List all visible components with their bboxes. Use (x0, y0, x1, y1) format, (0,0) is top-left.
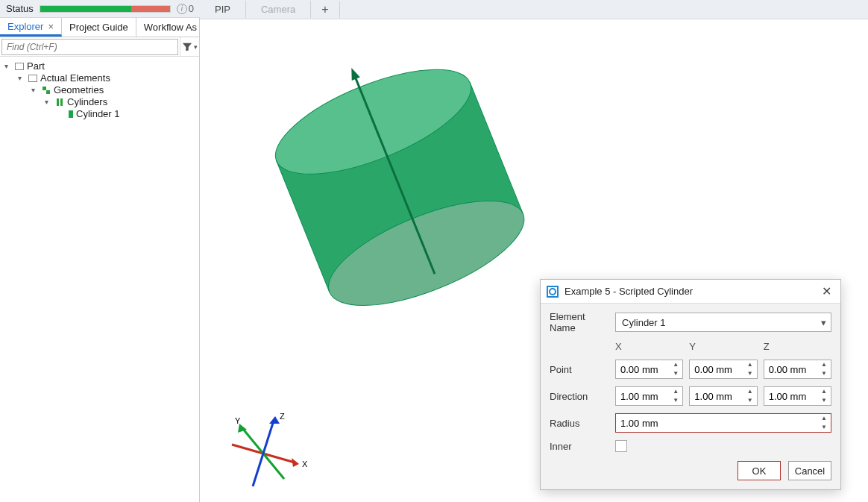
tree-label: Cylinders (67, 96, 107, 107)
tree-label: Part (27, 60, 45, 72)
chevron-down-icon: ▾ (18, 74, 25, 82)
dialog-body: Element Name Cylinder 1 X Y Z Point ▲▼ ▲… (541, 304, 840, 455)
axis-x-label: X (302, 459, 308, 468)
geometry-icon (42, 86, 51, 95)
status-label: Status (6, 3, 34, 14)
radius-label: Radius (550, 418, 609, 429)
ok-button[interactable]: OK (738, 461, 781, 480)
cancel-button[interactable]: Cancel (788, 461, 831, 480)
close-icon[interactable]: ✕ (819, 284, 834, 298)
tree-cylinder-1[interactable]: Cylinder 1 (58, 108, 199, 119)
col-x: X (615, 341, 683, 352)
chevron-down-icon: ▾ (31, 86, 39, 94)
info-badge[interactable]: i 0 (177, 3, 194, 14)
svg-line-17 (263, 421, 274, 454)
dialog-title: Example 5 - Scripted Cylinder (564, 286, 693, 297)
chevron-down-icon: ▾ (4, 62, 12, 70)
direction-label: Direction (550, 391, 609, 402)
tab-label: Workflow As (144, 22, 197, 33)
filter-button[interactable]: ▾ (180, 37, 199, 57)
svg-rect-1 (46, 90, 50, 94)
tree-cylinders[interactable]: ▾ Cylinders (45, 96, 196, 107)
left-panel: Explorer × Project Guide Workflow As ▾ ▾… (0, 18, 200, 502)
axes-gizmo: X Y Z (222, 405, 312, 495)
close-icon[interactable]: × (48, 21, 54, 32)
svg-rect-2 (57, 98, 59, 106)
tree-part[interactable]: ▾ Part (4, 60, 196, 72)
svg-marker-10 (347, 66, 360, 81)
dir-z-field[interactable]: ▲▼ (764, 386, 831, 406)
tab-pip[interactable]: PIP (200, 1, 246, 18)
dialog-icon (547, 286, 559, 298)
svg-line-19 (253, 454, 263, 486)
tree-label: Cylinder 1 (76, 108, 120, 119)
radius-field[interactable]: ▲▼ (615, 413, 831, 433)
col-z: Z (764, 341, 831, 352)
chevron-down-icon: ▾ (45, 98, 52, 106)
svg-marker-12 (292, 458, 299, 467)
tab-label: Project Guide (69, 22, 128, 33)
tree-label: Actual Elements (40, 72, 110, 84)
inner-checkbox[interactable] (615, 440, 627, 452)
element-name-label: Element Name (550, 311, 609, 333)
svg-marker-18 (269, 416, 280, 424)
svg-rect-3 (60, 98, 63, 106)
tree-geometries[interactable]: ▾ Geometries (31, 84, 196, 95)
dir-y-field[interactable]: ▲▼ (689, 386, 757, 406)
tab-explorer[interactable]: Explorer × (0, 18, 62, 37)
tab-add[interactable]: + (311, 1, 339, 18)
status-bar: Status i 0 (0, 0, 200, 18)
tab-workflow[interactable]: Workflow As (136, 18, 199, 37)
tab-project-guide[interactable]: Project Guide (62, 18, 136, 37)
cylinders-icon (55, 98, 64, 107)
dir-x-field[interactable]: ▲▼ (615, 386, 683, 406)
axis-y-label: Y (235, 416, 241, 425)
cylinder-icon (69, 110, 73, 118)
tree: ▾ Part ▾ Actual Elements (0, 57, 199, 502)
part-icon (15, 63, 24, 70)
dialog-buttons: OK Cancel (541, 455, 840, 489)
point-z-field[interactable]: ▲▼ (764, 360, 831, 379)
info-icon: i (177, 4, 187, 14)
tab-camera[interactable]: Camera (246, 1, 311, 18)
svg-rect-0 (43, 87, 46, 90)
point-x-field[interactable]: ▲▼ (615, 360, 683, 379)
element-name-value: Cylinder 1 (622, 317, 666, 328)
cylinder-geometry (245, 42, 558, 355)
folder-icon (28, 75, 37, 82)
dialog-scripted-cylinder: Example 5 - Scripted Cylinder ✕ Element … (540, 279, 841, 490)
status-progress (40, 5, 171, 13)
find-input[interactable] (1, 39, 178, 55)
chevron-down-icon: ▾ (194, 43, 198, 51)
col-y: Y (689, 341, 757, 352)
tree-label: Geometries (54, 84, 104, 95)
dialog-titlebar[interactable]: Example 5 - Scripted Cylinder ✕ (541, 280, 840, 304)
find-row: ▾ (0, 37, 199, 57)
point-label: Point (550, 364, 609, 375)
tree-actual-elements[interactable]: ▾ Actual Elements (18, 72, 196, 84)
point-y-field[interactable]: ▲▼ (689, 360, 757, 379)
axis-z-label: Z (280, 412, 285, 421)
left-tabs: Explorer × Project Guide Workflow As (0, 18, 199, 37)
tab-label: Explorer (7, 21, 43, 32)
viewport-tabs: PIP Camera + (200, 0, 868, 19)
element-name-select[interactable]: Cylinder 1 (615, 313, 831, 332)
funnel-icon (182, 42, 192, 52)
info-count: 0 (189, 3, 194, 14)
inner-label: Inner (550, 441, 609, 452)
